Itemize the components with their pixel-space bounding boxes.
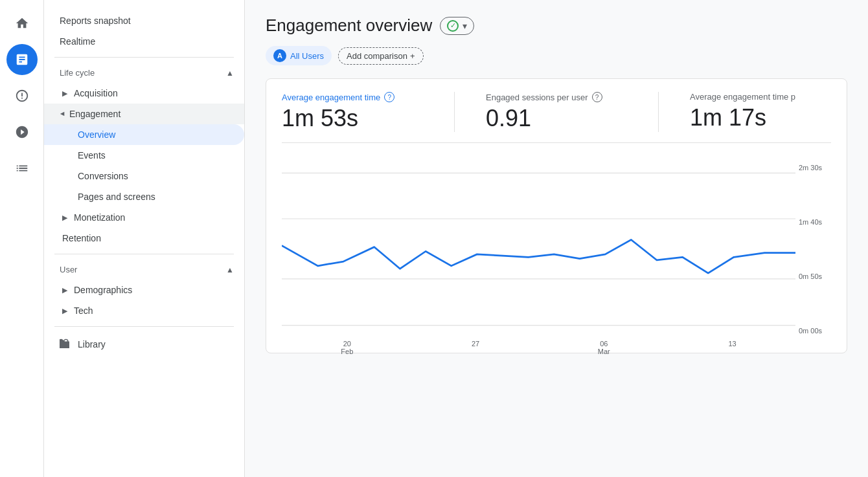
sidebar-library[interactable]: Library [44,332,244,357]
sidebar-demographics[interactable]: ▶ Demographics [44,280,244,300]
badge-dropdown-arrow: ▾ [463,21,467,31]
y-label-top: 2m 30s [799,164,831,172]
page-title: Engagement overview [266,16,432,36]
icon-rail [0,0,44,477]
all-users-label: All Users [290,51,324,61]
sidebar-acquisition[interactable]: ▶ Acquisition [44,83,244,104]
metric-avg-engagement-label: Average engagement time ? [282,92,423,102]
add-comparison-plus: + [410,51,415,61]
user-avatar: A [273,49,286,62]
sidebar-engagement[interactable]: ▼ Engagement [44,104,244,124]
metric-engaged-sessions-label: Engaged sessions per user ? [486,92,627,102]
x-label-4: 13 [728,340,736,355]
sidebar-lifecycle-section[interactable]: Life cycle ▲ [44,63,244,83]
metrics-row: Average engagement time ? 1m 53s Engaged… [282,92,831,143]
metric-avg-engagement-2: Average engagement time p 1m 17s [690,92,831,132]
sidebar-overview[interactable]: Overview [44,124,244,145]
sidebar-monetization[interactable]: ▶ Monetization [44,207,244,228]
sidebar-events[interactable]: Events [44,145,244,166]
y-label-mid1: 1m 40s [799,218,831,226]
demographics-label: Demographics [74,285,132,295]
library-label: Library [78,339,106,349]
sidebar: Reports snapshot Realtime Life cycle ▲ ▶… [44,0,245,477]
add-comparison-button[interactable]: Add comparison + [338,47,424,65]
conversions-label: Conversions [78,171,128,181]
engaged-sessions-help-icon[interactable]: ? [592,92,602,102]
metric-engaged-sessions: Engaged sessions per user ? 0.91 [486,92,627,132]
engagement-arrow: ▼ [59,111,67,118]
x-label-1: 20Feb [341,340,353,355]
lifecycle-label: Life cycle [60,68,95,78]
metric-divider-2 [658,92,659,132]
y-label-mid2: 0m 50s [799,272,831,280]
tech-arrow: ▶ [62,307,67,315]
metric-avg-engagement-2-value: 1m 17s [690,104,831,131]
library-icon [60,338,71,350]
title-badge[interactable]: ✓ ▾ [440,17,474,35]
chart-area: 2m 30s 1m 40s 0m 50s 0m 00s 20Feb [282,159,831,340]
check-circle-icon: ✓ [447,20,459,32]
chart-card: Average engagement time ? 1m 53s Engaged… [266,78,847,353]
filter-row: A All Users Add comparison + [266,46,847,65]
explore-icon[interactable] [6,80,38,111]
sidebar-pages-screens[interactable]: Pages and screens [44,186,244,207]
chart-line [282,239,795,273]
engagement-label: Engagement [69,109,120,119]
sidebar-user-section[interactable]: User ▲ [44,260,244,280]
sidebar-tech[interactable]: ▶ Tech [44,300,244,321]
sidebar-retention[interactable]: Retention [44,228,244,249]
events-label: Events [78,150,106,161]
y-label-bottom: 0m 00s [799,327,831,335]
metric-avg-engagement: Average engagement time ? 1m 53s [282,92,423,132]
analytics-icon[interactable] [6,44,38,75]
home-icon[interactable] [6,8,38,39]
sidebar-divider-2 [54,254,234,254]
sidebar-divider-1 [54,57,234,58]
pages-screens-label: Pages and screens [78,192,155,202]
metric-avg-engagement-value: 1m 53s [282,105,423,132]
sidebar-realtime[interactable]: Realtime [44,31,244,52]
sidebar-conversions[interactable]: Conversions [44,166,244,186]
metric-divider-1 [454,92,455,132]
sidebar-divider-3 [54,326,234,327]
x-label-2: 27 [472,340,479,355]
acquisition-arrow: ▶ [62,89,67,98]
retention-label: Retention [62,233,101,243]
ads-icon[interactable] [6,116,38,148]
avg-engagement-help-icon[interactable]: ? [384,92,394,102]
monetization-arrow: ▶ [62,214,67,222]
monetization-label: Monetization [74,212,125,223]
sidebar-reports-snapshot[interactable]: Reports snapshot [44,10,244,31]
x-label-3: 06Mar [598,340,610,355]
report-list-icon[interactable] [6,153,38,184]
tech-label: Tech [74,305,93,316]
demographics-arrow: ▶ [62,286,67,294]
metric-engaged-sessions-value: 0.91 [486,105,627,132]
acquisition-label: Acquisition [74,88,118,98]
add-comparison-label: Add comparison [347,51,407,61]
all-users-badge[interactable]: A All Users [266,46,332,65]
engagement-chart [282,159,795,340]
lifecycle-chevron: ▲ [226,69,234,78]
user-chevron: ▲ [226,265,234,274]
page-header: Engagement overview ✓ ▾ [266,16,847,36]
user-section-label: User [60,265,77,274]
overview-label: Overview [78,129,115,140]
main-content: Engagement overview ✓ ▾ A All Users Add … [245,0,868,477]
metric-avg-engagement-2-label: Average engagement time p [690,92,831,102]
